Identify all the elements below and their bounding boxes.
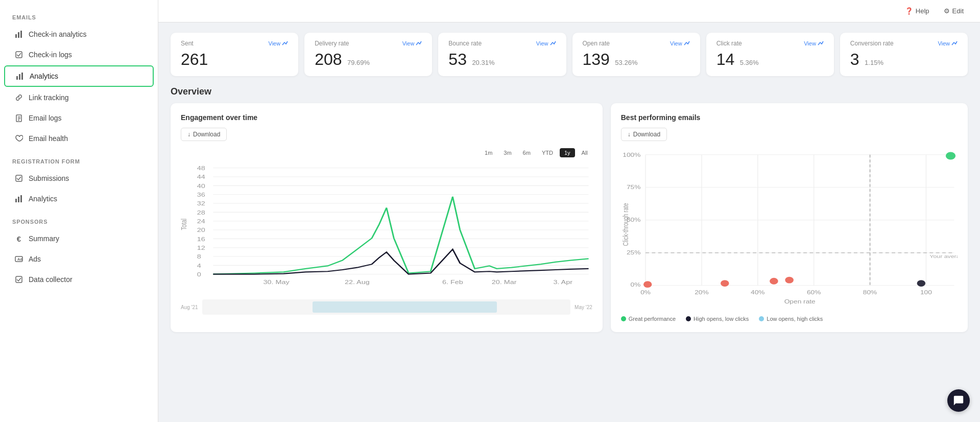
svg-rect-13 [18, 197, 19, 202]
sidebar: EMAILSCheck-in analyticsCheck-in logsAna… [0, 0, 158, 422]
sidebar-item-reg-analytics[interactable]: Analytics [4, 189, 154, 208]
sidebar-icon-analytics [15, 72, 25, 81]
scatter-download-button[interactable]: ↓ Download [621, 128, 667, 141]
stats-row: Sent View 261 Delivery rate View 208 79.… [158, 22, 980, 82]
sidebar-item-label-data-collector: Data collector [29, 275, 73, 284]
svg-rect-2 [20, 31, 22, 38]
svg-text:4: 4 [197, 262, 201, 269]
stat-card-conversion-rate: Conversion rate View 3 1.15% [840, 33, 968, 76]
svg-point-69 [643, 281, 652, 288]
stat-sub-5: 1.15% [865, 59, 883, 66]
stat-view-4[interactable]: View [804, 40, 824, 46]
sidebar-item-label-analytics: Analytics [30, 72, 58, 80]
trend-icon-0 [282, 40, 288, 46]
svg-point-71 [770, 278, 778, 285]
sidebar-item-check-in-analytics[interactable]: Check-in analytics [4, 25, 154, 44]
sidebar-icon-email-health [14, 134, 23, 143]
svg-text:32: 32 [197, 200, 205, 207]
sidebar-icon-check-in-logs [14, 50, 23, 59]
scatter-chart-title: Best performing emails [621, 113, 958, 122]
download-icon: ↓ [187, 131, 190, 138]
sidebar-item-email-logs[interactable]: Email logs [4, 108, 154, 128]
time-filter-1m[interactable]: 1m [480, 148, 497, 157]
stat-view-0[interactable]: View [269, 40, 289, 46]
svg-rect-11 [16, 175, 22, 181]
sidebar-item-email-health[interactable]: Email health [4, 129, 154, 148]
scatter-chart-area: 100% 75% 50% 25% 0% [621, 148, 958, 312]
stat-card-delivery-rate: Delivery rate View 208 79.69% [304, 33, 432, 76]
time-filters: 1m3m6mYTD1yAll [181, 148, 592, 157]
svg-rect-1 [18, 32, 19, 38]
legend-item-1: High opens, low clicks [686, 316, 749, 322]
svg-text:48: 48 [197, 165, 205, 172]
stat-view-3[interactable]: View [670, 40, 690, 46]
scatter-legend: Great performanceHigh opens, low clicksL… [621, 316, 958, 322]
svg-text:Open rate: Open rate [784, 298, 815, 304]
svg-text:Click-through rate: Click-through rate [622, 203, 630, 246]
stat-card-open-rate: Open rate View 139 53.26% [572, 33, 700, 76]
svg-rect-14 [20, 195, 22, 202]
sidebar-item-ads[interactable]: AdAds [4, 249, 154, 269]
sidebar-item-label-summary: Summary [29, 235, 59, 243]
engagement-download-button[interactable]: ↓ Download [181, 128, 227, 141]
sidebar-item-check-in-logs[interactable]: Check-in logs [4, 45, 154, 64]
main-content: ❓ Help ⚙ Edit Sent View 261 Delivery rat… [158, 0, 980, 422]
sidebar-item-submissions[interactable]: Submissions [4, 169, 154, 188]
sidebar-item-label-check-in-logs: Check-in logs [29, 51, 72, 59]
stat-label-5: Conversion rate [850, 40, 894, 47]
sidebar-item-analytics[interactable]: Analytics [4, 65, 154, 87]
help-button[interactable]: ❓ Help [901, 5, 934, 17]
trend-icon-1 [416, 40, 422, 46]
stat-view-1[interactable]: View [402, 40, 422, 46]
scatter-download-label: Download [633, 131, 660, 138]
svg-text:22. Aug: 22. Aug [345, 279, 370, 286]
svg-text:20. Mar: 20. Mar [492, 279, 517, 286]
time-filter-all[interactable]: All [577, 148, 592, 157]
stat-value-2: 53 [448, 50, 467, 68]
stat-label-1: Delivery rate [315, 40, 349, 47]
topbar: ❓ Help ⚙ Edit [158, 0, 980, 22]
svg-text:100%: 100% [623, 152, 640, 158]
mini-timeline-label-2: May '22 [575, 304, 592, 310]
svg-text:30. May: 30. May [263, 279, 290, 286]
svg-text:0: 0 [197, 271, 201, 278]
sidebar-icon-ads: Ad [14, 254, 23, 264]
svg-text:20%: 20% [695, 289, 709, 295]
time-filter-1y[interactable]: 1y [560, 148, 575, 157]
svg-text:25%: 25% [627, 249, 641, 255]
sidebar-item-link-tracking[interactable]: Link tracking [4, 88, 154, 107]
scatter-chart-svg: 100% 75% 50% 25% 0% [621, 148, 958, 312]
sidebar-item-label-email-logs: Email logs [29, 114, 62, 122]
trend-icon-3 [684, 40, 690, 46]
svg-rect-0 [15, 34, 17, 38]
time-filter-3m[interactable]: 3m [499, 148, 516, 157]
stat-view-5[interactable]: View [938, 40, 958, 46]
edit-button[interactable]: ⚙ Edit [940, 5, 968, 17]
stat-card-bounce-rate: Bounce rate View 53 20.31% [438, 33, 566, 76]
svg-text:Your average: Your average [929, 254, 958, 259]
sidebar-section-sponsors: SPONSORS [0, 209, 158, 228]
svg-text:80%: 80% [863, 289, 877, 295]
sidebar-section-registration-form: REGISTRATION FORM [0, 149, 158, 168]
sidebar-item-label-email-health: Email health [29, 134, 68, 143]
svg-rect-17 [16, 276, 22, 283]
svg-text:60%: 60% [807, 289, 821, 295]
time-filter-6m[interactable]: 6m [518, 148, 535, 157]
help-label: Help [916, 7, 929, 15]
svg-text:28: 28 [197, 209, 205, 216]
sidebar-item-data-collector[interactable]: Data collector [4, 270, 154, 289]
sidebar-item-label-reg-analytics: Analytics [29, 195, 57, 203]
engagement-download-label: Download [193, 131, 220, 138]
svg-point-70 [721, 280, 729, 287]
time-filter-ytd[interactable]: YTD [537, 148, 558, 157]
sidebar-icon-link-tracking [14, 93, 23, 102]
chat-bubble[interactable] [947, 389, 970, 412]
svg-point-72 [785, 277, 793, 284]
stat-view-2[interactable]: View [536, 40, 556, 46]
legend-dot-0 [621, 316, 626, 321]
stat-label-0: Sent [181, 40, 194, 47]
legend-dot-2 [759, 316, 764, 321]
sidebar-item-summary[interactable]: €Summary [4, 229, 154, 248]
svg-text:40: 40 [197, 182, 205, 189]
svg-text:75%: 75% [627, 184, 641, 190]
